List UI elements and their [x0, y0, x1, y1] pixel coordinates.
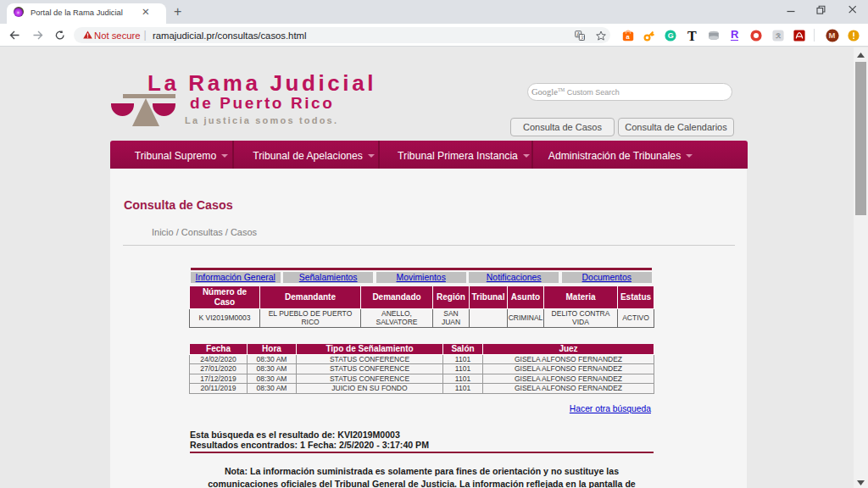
svg-text:ℛ: ℛ — [776, 32, 781, 40]
svg-text:M: M — [829, 30, 836, 40]
svg-text:G: G — [668, 31, 674, 40]
svg-text:文: 文 — [580, 35, 585, 40]
